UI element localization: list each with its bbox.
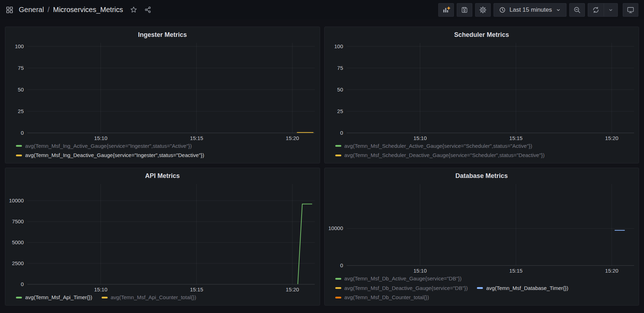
- series-name: avg(Temn_Msf_Scheduler_Active_Gauge{serv…: [344, 143, 532, 150]
- series-name: avg(Temn_Msf_Db_Active_Gauge{service="DB…: [344, 275, 462, 282]
- legend-row: avg(Temn_Msf_Ing_Active_Gauge{service="I…: [16, 143, 315, 150]
- y-axis-label: 100: [334, 43, 343, 49]
- chevron-down-icon: [608, 7, 614, 13]
- series-name: avg(Temn_Msf_Api_Counter_total{}): [111, 294, 196, 301]
- chart-svg[interactable]: 01000015:1015:1515:20: [325, 180, 639, 275]
- legend-item[interactable]: avg(Temn_Msf_Ing_Active_Gauge{service="I…: [16, 143, 192, 150]
- star-icon[interactable]: [130, 6, 137, 13]
- series-name: avg(Temn_Msf_Ing_Deactive_Gauge{service=…: [25, 152, 204, 159]
- add-panel-button[interactable]: [438, 3, 454, 17]
- time-series-chart[interactable]: 025507510015:1015:1515:20: [5, 39, 320, 142]
- x-axis-label: 15:10: [413, 135, 427, 141]
- y-axis-label: 10000: [9, 197, 24, 203]
- x-axis-label: 15:10: [94, 286, 108, 292]
- legend-item[interactable]: avg(Temn_Msf_Ing_Deactive_Gauge{service=…: [16, 152, 204, 159]
- dashboard-toolbar: Last 15 minutes: [438, 3, 638, 17]
- legend-item[interactable]: avg(Temn_Msf_Api_Timer{}): [16, 294, 92, 301]
- legend-item[interactable]: avg(Temn_Msf_Scheduler_Deactive_Gauge{se…: [335, 152, 545, 159]
- bar-chart-plus-icon: [442, 6, 450, 14]
- legend-item[interactable]: avg(Temn_Msf_Db_Active_Gauge{service="DB…: [335, 275, 462, 282]
- panel-title[interactable]: Scheduler Metrics: [325, 27, 639, 39]
- time-series-chart[interactable]: 02500500075001000015:1015:1515:20: [5, 180, 320, 294]
- chart-legend: avg(Temn_Msf_Scheduler_Active_Gauge{serv…: [325, 142, 639, 163]
- panel-title[interactable]: API Metrics: [5, 168, 320, 180]
- top-nav-bar: General / Microservices_Metrics: [0, 0, 644, 19]
- series-color-swatch[interactable]: [335, 145, 341, 147]
- x-axis-label: 15:20: [286, 135, 299, 141]
- time-series-chart[interactable]: 025507510015:1015:1515:20: [325, 39, 639, 142]
- x-axis-label: 15:15: [190, 135, 203, 141]
- series-color-swatch[interactable]: [16, 145, 22, 147]
- time-series-chart[interactable]: 01000015:1015:1515:20: [325, 180, 639, 275]
- chart-legend: avg(Temn_Msf_Api_Timer{})avg(Temn_Msf_Ap…: [5, 294, 320, 305]
- chart-svg[interactable]: 025507510015:1015:1515:20: [325, 39, 639, 142]
- cycle-view-mode-button[interactable]: [623, 3, 638, 17]
- y-axis-label: 50: [18, 86, 24, 93]
- x-axis-label: 15:10: [413, 268, 427, 274]
- panel-api-metrics: API Metrics 02500500075001000015:1015:15…: [5, 168, 320, 306]
- y-axis-label: 2500: [12, 260, 24, 266]
- gear-icon: [479, 6, 487, 14]
- panel-title[interactable]: Ingester Metrics: [5, 27, 320, 39]
- save-icon: [461, 6, 468, 14]
- series-name: avg(Temn_Msf_Scheduler_Deactive_Gauge{se…: [344, 152, 545, 159]
- x-axis-label: 15:20: [605, 268, 619, 274]
- y-axis-label: 75: [18, 65, 24, 71]
- y-axis-label: 0: [21, 130, 24, 136]
- y-axis-label: 10000: [328, 225, 343, 231]
- refresh-interval-button[interactable]: [604, 4, 617, 16]
- legend-row: avg(Temn_Msf_Db_Deactive_Gauge{service="…: [335, 285, 635, 292]
- y-axis-label: 25: [337, 108, 343, 114]
- series-color-swatch[interactable]: [16, 155, 22, 156]
- x-axis-label: 15:10: [94, 135, 108, 141]
- chart-legend: avg(Temn_Msf_Ing_Active_Gauge{service="I…: [5, 142, 320, 163]
- series-color-swatch[interactable]: [335, 278, 341, 280]
- monitor-icon: [627, 6, 634, 14]
- series-color-swatch[interactable]: [335, 155, 341, 156]
- breadcrumb-line: General / Microservices_Metrics: [19, 6, 123, 14]
- series-color-swatch[interactable]: [335, 297, 341, 298]
- breadcrumb-folder[interactable]: General: [19, 6, 44, 14]
- apps-grid-icon[interactable]: [6, 6, 13, 14]
- chart-svg[interactable]: 02500500075001000015:1015:1515:20: [5, 180, 320, 294]
- search-minus-icon: [573, 6, 581, 14]
- legend-row: avg(Temn_Msf_Scheduler_Deactive_Gauge{se…: [335, 152, 635, 159]
- x-axis-label: 15:20: [605, 135, 619, 141]
- x-axis-label: 15:15: [509, 268, 523, 274]
- panel-ingester-metrics: Ingester Metrics 025507510015:1015:1515:…: [5, 27, 320, 163]
- dashboard-title[interactable]: Microservices_Metrics: [53, 6, 123, 14]
- y-axis-label: 25: [18, 108, 24, 114]
- zoom-out-time-button[interactable]: [569, 3, 585, 17]
- legend-item[interactable]: avg(Temn_Msf_Api_Counter_total{}): [102, 294, 196, 301]
- refresh-button-group: [588, 3, 618, 17]
- y-axis-label: 75: [337, 65, 343, 71]
- legend-row: avg(Temn_Msf_Ing_Deactive_Gauge{service=…: [16, 152, 315, 159]
- series-color-swatch[interactable]: [16, 297, 22, 298]
- time-range-label: Last 15 minutes: [509, 6, 552, 13]
- panel-title[interactable]: Database Metrics: [325, 168, 639, 180]
- legend-item[interactable]: avg(Temn_Msf_Db_Deactive_Gauge{service="…: [335, 285, 468, 292]
- y-axis-label: 50: [337, 86, 343, 93]
- series-color-swatch[interactable]: [102, 297, 108, 298]
- legend-item[interactable]: avg(Temn_Msf_Database_Timer{}): [477, 285, 568, 292]
- series-color-swatch[interactable]: [335, 287, 341, 289]
- series-name: avg(Temn_Msf_Api_Timer{}): [25, 294, 92, 301]
- chart-svg[interactable]: 025507510015:1015:1515:20: [5, 39, 320, 142]
- panel-database-metrics: Database Metrics 01000015:1015:1515:20 a…: [324, 168, 639, 306]
- legend-item[interactable]: avg(Temn_Msf_Db_Counter_total{}): [335, 294, 429, 301]
- chevron-down-icon: [555, 7, 561, 13]
- legend-item[interactable]: avg(Temn_Msf_Scheduler_Active_Gauge{serv…: [335, 143, 532, 150]
- dashboard-grid: Ingester Metrics 025507510015:1015:1515:…: [0, 19, 644, 311]
- y-axis-label: 0: [340, 130, 343, 136]
- time-picker-button[interactable]: Last 15 minutes: [494, 3, 566, 17]
- share-icon[interactable]: [144, 6, 152, 13]
- refresh-icon: [592, 6, 600, 14]
- save-dashboard-button[interactable]: [457, 3, 472, 17]
- x-axis-label: 15:20: [286, 286, 299, 292]
- refresh-button[interactable]: [588, 4, 604, 16]
- series-color-swatch[interactable]: [477, 287, 483, 289]
- series-name: avg(Temn_Msf_Database_Timer{}): [486, 285, 568, 292]
- breadcrumb-separator: /: [47, 6, 50, 14]
- dashboard-settings-button[interactable]: [475, 3, 491, 17]
- panel-scheduler-metrics: Scheduler Metrics 025507510015:1015:1515…: [324, 27, 639, 163]
